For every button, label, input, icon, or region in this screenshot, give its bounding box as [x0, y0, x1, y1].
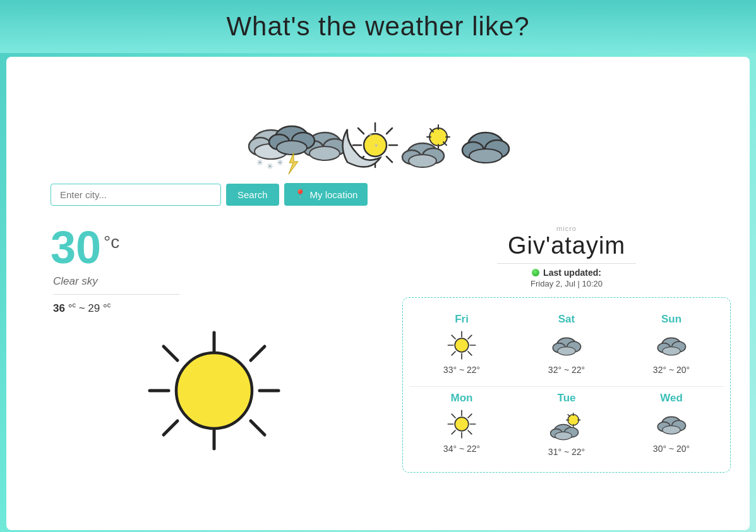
low-unit: °c: [100, 302, 111, 314]
svg-point-63: [558, 347, 575, 355]
weather-icons-strip: ✳ ✳ ✳: [25, 69, 731, 170]
temperature-value: 30: [51, 225, 101, 270]
right-panel: micro Giv'atayim Last updated: Friday 2,…: [377, 225, 731, 473]
high-unit: °c: [65, 302, 76, 314]
forecast-day: Wed: [621, 392, 721, 405]
forecast-icon: [412, 408, 512, 440]
location-label: My location: [310, 189, 358, 200]
forecast-day: Sat: [517, 313, 616, 326]
update-date: Friday 2, Jul | 10:20: [402, 279, 731, 288]
micro-label: micro: [402, 225, 731, 232]
last-updated-row: Last updated:: [402, 268, 731, 278]
left-panel: 30 °c Clear sky 36 °c ~ 29 °c: [25, 225, 377, 454]
svg-point-86: [555, 432, 572, 440]
svg-line-57: [468, 352, 472, 355]
forecast-day: Fri: [412, 313, 512, 326]
search-row: Search 📍 My location: [51, 183, 731, 206]
green-dot-icon: [532, 269, 539, 276]
svg-point-68: [455, 417, 469, 431]
condition-text: Clear sky: [53, 275, 377, 288]
large-sun: [51, 328, 377, 454]
svg-text:✳: ✳: [256, 158, 263, 167]
search-button[interactable]: Search: [226, 184, 279, 206]
svg-line-59: [452, 352, 455, 355]
forecast-cell: Sat 32° ~ 22°: [514, 308, 619, 387]
svg-point-50: [176, 353, 252, 429]
svg-line-17: [387, 157, 392, 162]
forecast-cell: Fri 33° ~ 22°: [409, 308, 514, 387]
svg-line-74: [468, 430, 472, 434]
svg-point-30: [409, 155, 436, 167]
location-icon: 📍: [294, 189, 306, 200]
current-weather: 30 °c Clear sky 36 °c ~ 29 °c: [25, 225, 731, 473]
forecast-temps: 34° ~ 22°: [412, 444, 512, 454]
svg-line-49: [164, 421, 177, 435]
svg-line-18: [387, 128, 392, 134]
svg-marker-39: [289, 153, 298, 174]
temperature-display: 30: [51, 225, 101, 270]
city-name: Giv'atayim: [402, 232, 731, 259]
svg-line-46: [164, 346, 177, 360]
temp-divider: [53, 294, 179, 295]
forecast-temps: 33° ~ 22°: [412, 365, 512, 375]
high-low: 36 °c ~ 29 °c: [53, 301, 377, 315]
forecast-cell: Tue 31° ~ 22°: [514, 387, 619, 466]
header-bar: What's the weather like?: [0, 0, 756, 53]
page-title: What's the weather like?: [0, 11, 756, 42]
forecast-grid: Fri 33° ~ 22° Sat 32° ~ 22° Sun 32° ~ 20…: [402, 297, 731, 473]
forecast-icon: [621, 329, 721, 361]
low-temp: 29: [88, 302, 100, 314]
main-card: ✳ ✳ ✳: [6, 57, 750, 530]
svg-line-73: [452, 414, 455, 418]
forecast-icon: [621, 408, 721, 440]
sun-cloud-top-icon: [400, 123, 457, 170]
forecast-temps: 32° ~ 22°: [517, 365, 616, 375]
svg-point-38: [277, 141, 307, 155]
svg-line-58: [468, 335, 472, 339]
city-section: micro Giv'atayim Last updated: Friday 2,…: [402, 225, 731, 288]
forecast-icon: [412, 329, 512, 361]
forecast-cell: Wed 30° ~ 20°: [619, 387, 724, 466]
svg-line-56: [452, 335, 455, 339]
temperature-unit: °c: [104, 232, 119, 252]
forecast-day: Mon: [412, 392, 512, 405]
city-divider: [497, 263, 636, 264]
forecast-temps: 32° ~ 20°: [621, 365, 721, 375]
svg-point-51: [455, 338, 469, 352]
forecast-icon: [517, 329, 616, 361]
svg-text:★: ★: [374, 143, 378, 148]
svg-line-75: [468, 414, 472, 418]
forecast-day: Sun: [621, 313, 721, 326]
dark-cloud-icon: [457, 126, 514, 170]
svg-line-48: [251, 346, 265, 360]
thunder-cloud-icon: [265, 120, 319, 177]
forecast-icon: [517, 408, 616, 443]
forecast-cell: Sun 32° ~ 20°: [619, 308, 724, 387]
location-button[interactable]: 📍 My location: [284, 183, 368, 206]
city-input[interactable]: [51, 184, 221, 206]
svg-point-34: [469, 149, 502, 163]
last-updated-label: Last updated:: [543, 268, 601, 278]
svg-text:✦: ✦: [368, 131, 373, 138]
forecast-cell: Mon 34° ~ 22°: [409, 387, 514, 466]
forecast-temps: 31° ~ 22°: [517, 447, 616, 457]
svg-point-90: [663, 426, 680, 434]
forecast-day: Tue: [517, 392, 616, 405]
moon-icon: ✦ ★: [335, 123, 382, 177]
svg-point-67: [663, 347, 680, 355]
high-temp: 36: [53, 302, 65, 314]
svg-line-47: [251, 421, 265, 435]
svg-line-76: [452, 430, 455, 434]
forecast-temps: 30° ~ 20°: [621, 444, 721, 454]
